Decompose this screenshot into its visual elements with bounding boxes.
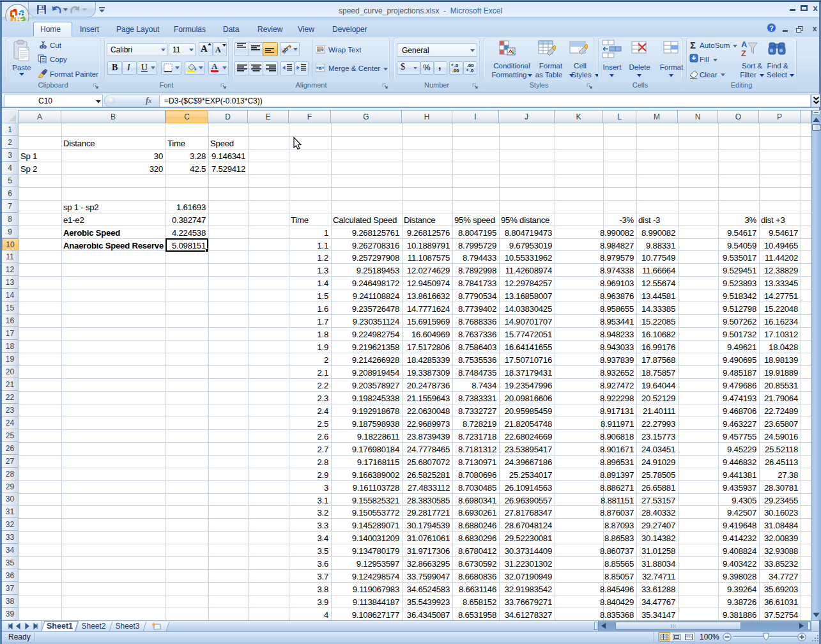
svg-text:?: ?: [769, 24, 774, 32]
svg-text:A: A: [741, 40, 748, 49]
svg-text:.00: .00: [452, 68, 459, 73]
svg-text:Z: Z: [741, 49, 746, 58]
svg-text:.0: .0: [470, 68, 473, 73]
svg-text:a: a: [319, 65, 322, 71]
